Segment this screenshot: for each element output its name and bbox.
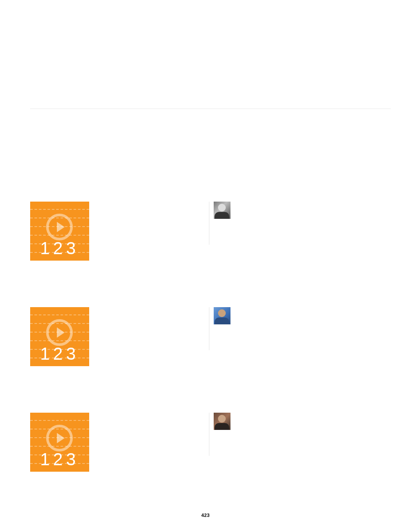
avatar[interactable] [214, 413, 230, 430]
page-number: 423 [0, 513, 411, 518]
play-icon[interactable] [46, 319, 73, 346]
avatar[interactable] [214, 307, 230, 324]
play-icon[interactable] [46, 425, 73, 451]
author-column [209, 202, 230, 245]
author-column [209, 307, 230, 350]
audio-tile[interactable]: 123 [30, 307, 89, 366]
audio-tile[interactable]: 123 [30, 413, 89, 472]
play-icon[interactable] [46, 214, 73, 240]
horizontal-rule [30, 109, 391, 109]
page: 123 123 123 423 [0, 0, 411, 532]
avatar[interactable] [214, 202, 230, 219]
tile-number: 123 [30, 450, 89, 469]
tile-number: 123 [30, 344, 89, 364]
audio-tile[interactable]: 123 [30, 202, 89, 261]
author-column [209, 413, 230, 456]
tile-number: 123 [30, 239, 89, 258]
